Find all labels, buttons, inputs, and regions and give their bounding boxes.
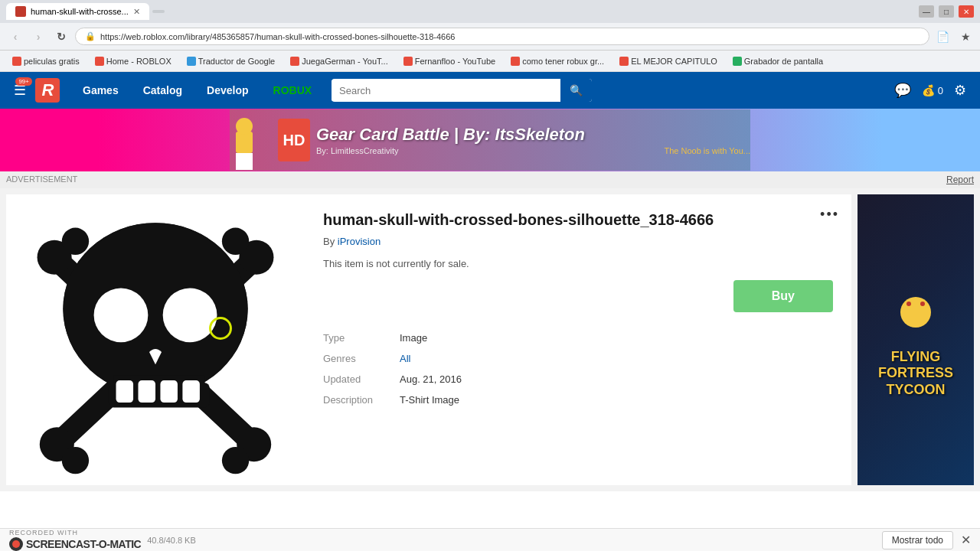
bookmark-favicon [733, 57, 742, 66]
robux-display: 💰 0 [922, 84, 943, 96]
mostrar-todo-btn[interactable]: Mostrar todo [882, 531, 953, 549]
bookmark-juegagerman[interactable]: JuegaGerman - YouT... [284, 55, 394, 67]
active-tab[interactable]: human-skull-with-crosse... ✕ [6, 3, 149, 20]
ad-title: Gear Card Battle | By: ItsSkeleton [316, 125, 750, 145]
bookmark-label: como tener robux gr... [522, 57, 604, 66]
search-input[interactable] [332, 80, 560, 101]
recorded-with-label: RECORDED WITH [9, 529, 141, 538]
ad-banner: HD Gear Card Battle | By: ItsSkeleton By… [0, 109, 980, 171]
description-label: Description [323, 390, 400, 410]
svg-point-18 [63, 223, 247, 395]
tab-favicon [15, 6, 26, 17]
meta-updated-row: Updated Aug. 21, 2016 [323, 369, 833, 390]
nav-robux[interactable]: ROBUX [263, 80, 323, 101]
refresh-btn[interactable]: ↻ [52, 28, 70, 46]
close-btn[interactable]: ✕ [959, 5, 974, 18]
item-author[interactable]: iProvision [338, 236, 381, 247]
updated-value: Aug. 21, 2016 [400, 369, 833, 390]
type-value: Image [400, 328, 833, 348]
nav-catalog[interactable]: Catalog [132, 80, 193, 101]
svg-point-10 [62, 228, 89, 255]
bookmark-favicon [95, 57, 104, 66]
new-tab-btn[interactable] [152, 10, 165, 13]
buy-button[interactable]: Buy [733, 280, 833, 312]
bookmark-peliculas[interactable]: peliculas gratis [6, 55, 86, 67]
ad-container: HD Gear Card Battle | By: ItsSkeleton By… [0, 109, 980, 188]
bookmark-mejor-capitulo[interactable]: EL MEJOR CAPITULO [613, 55, 724, 67]
bookmark-favicon [403, 57, 413, 66]
buy-row: Buy [323, 280, 833, 312]
minimize-btn[interactable]: — [919, 5, 934, 18]
bookmark-grabador[interactable]: Grabador de pantalla [727, 55, 829, 67]
bookmark-roblox[interactable]: Home - ROBLOX [89, 55, 178, 67]
skull-image [10, 198, 301, 481]
meta-description-row: Description T-Shirt Image [323, 390, 833, 410]
maximize-btn[interactable]: □ [939, 5, 954, 18]
genres-label: Genres [323, 348, 400, 369]
chat-icon[interactable]: 💬 [890, 79, 916, 102]
search-bar: 🔍 [332, 79, 592, 102]
bookmark-favicon [187, 57, 196, 66]
address-bar-row: ‹ › ↻ 🔒 https://web.roblox.com/library/4… [0, 23, 980, 51]
bookmark-favicon [290, 57, 299, 66]
genres-value: All [400, 348, 833, 369]
type-label: Type [323, 328, 400, 348]
roblox-logo[interactable]: R [35, 78, 60, 103]
right-ad-title: FLYING FORTRESS TYCOON [865, 349, 966, 399]
svg-point-19 [94, 288, 149, 342]
bookmark-label: Fernanfloo - YouTube [415, 57, 495, 66]
close-bottom-btn[interactable]: ✕ [961, 533, 971, 547]
right-ad-inner: FLYING FORTRESS TYCOON [858, 194, 974, 485]
reader-mode-icon[interactable]: 📄 [934, 28, 951, 45]
nav-links: Games Catalog Develop ROBUX [72, 80, 322, 101]
genres-link[interactable]: All [400, 353, 410, 364]
bookmark-star-icon[interactable]: ★ [957, 28, 974, 45]
address-bar[interactable]: 🔒 https://web.roblox.com/library/4853658… [75, 28, 929, 45]
more-options-btn[interactable]: ••• [820, 207, 839, 223]
robux-icon: 💰 [922, 84, 935, 96]
nav-games[interactable]: Games [72, 80, 129, 101]
not-for-sale-text: This item is not currently for sale. [323, 258, 833, 269]
bookmark-fernanfloo[interactable]: Fernanfloo - YouTube [397, 55, 501, 67]
svg-point-17 [62, 447, 89, 474]
bookmark-favicon [619, 57, 629, 66]
advertisement-label: ADVERTISEMENT [0, 173, 83, 187]
svg-point-15 [222, 228, 249, 255]
nav-develop[interactable]: Develop [196, 80, 259, 101]
item-meta-table: Type Image Genres All Updated Aug. 21, 2… [323, 328, 833, 410]
svg-rect-28 [138, 380, 155, 403]
screencast-logo-row: SCREENCAST-O-MATIC [9, 537, 141, 551]
main-content: ••• human-skull-with-crossed-bones-silho… [0, 188, 980, 491]
right-ad: FLYING FORTRESS TYCOON [858, 194, 974, 485]
forward-btn[interactable]: › [29, 28, 47, 46]
svg-rect-30 [182, 380, 200, 403]
item-details: ••• human-skull-with-crossed-bones-silho… [305, 194, 851, 485]
screencast-circle-icon [9, 537, 23, 551]
tab-close-btn[interactable]: ✕ [133, 7, 140, 17]
addressbar-right: 📄 ★ [934, 28, 974, 45]
item-title: human-skull-with-crossed-bones-silhouett… [323, 210, 833, 230]
skull-svg [21, 198, 289, 481]
ad-by-label: By: LimitlessCreativity [316, 146, 399, 155]
bookmark-google-translate[interactable]: Traductor de Google [181, 55, 281, 67]
window-controls: — □ ✕ [919, 5, 974, 18]
back-btn[interactable]: ‹ [6, 28, 24, 46]
bookmark-label: Grabador de pantalla [744, 57, 823, 66]
updated-label: Updated [323, 369, 400, 390]
description-value: T-Shirt Image [400, 390, 833, 410]
item-by: By iProvision [323, 236, 833, 247]
ad-footer: ADVERTISEMENT Report [0, 171, 980, 188]
report-link[interactable]: Report [940, 173, 980, 187]
secure-icon: 🔒 [85, 31, 96, 41]
url-text: https://web.roblox.com/library/485365857… [100, 32, 455, 41]
bottom-bar-right: Mostrar todo ✕ [882, 531, 971, 549]
settings-icon[interactable]: ⚙ [949, 79, 971, 102]
search-button[interactable]: 🔍 [560, 79, 592, 102]
bookmark-label: EL MEJOR CAPITULO [631, 57, 717, 66]
hamburger-menu[interactable]: ☰ 99+ [9, 79, 31, 102]
bottom-bar-left: RECORDED WITH SCREENCAST-O-MATIC [9, 529, 141, 551]
file-size: 40.8/40.8 KB [147, 536, 196, 545]
robux-count: 0 [938, 85, 943, 96]
bookmark-robux[interactable]: como tener robux gr... [505, 55, 610, 67]
browser-titlebar: human-skull-with-crosse... ✕ — □ ✕ [0, 0, 980, 23]
